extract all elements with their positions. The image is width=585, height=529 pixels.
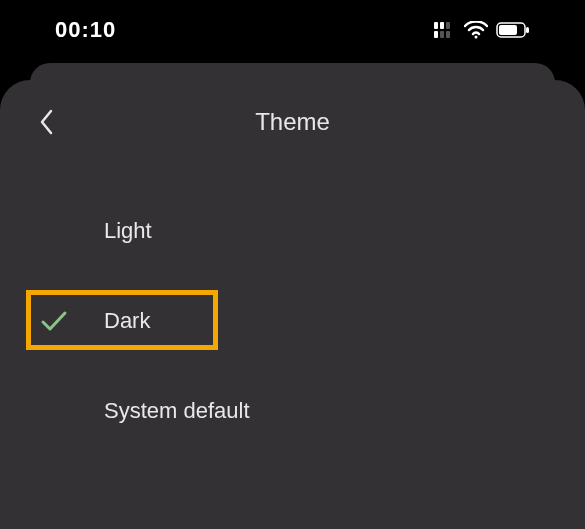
option-label: Dark xyxy=(104,308,150,334)
option-label: System default xyxy=(104,398,250,424)
panel-header: Theme xyxy=(0,80,585,156)
svg-rect-4 xyxy=(440,31,444,38)
svg-rect-1 xyxy=(440,22,444,29)
theme-option-light[interactable]: Light xyxy=(0,186,585,276)
theme-option-system-default[interactable]: System default xyxy=(0,366,585,456)
check-icon xyxy=(40,310,82,332)
status-bar: 00:10 xyxy=(0,0,585,60)
status-icons xyxy=(434,21,530,39)
back-button[interactable] xyxy=(30,106,62,138)
page-title: Theme xyxy=(30,108,555,136)
theme-option-dark[interactable]: Dark xyxy=(0,276,585,366)
theme-option-list: Light Dark System default xyxy=(0,156,585,456)
status-time: 00:10 xyxy=(55,17,116,43)
svg-rect-5 xyxy=(446,31,450,38)
svg-rect-9 xyxy=(526,27,529,33)
svg-rect-3 xyxy=(434,31,438,38)
svg-rect-2 xyxy=(446,22,450,29)
wifi-icon xyxy=(464,21,488,39)
svg-point-6 xyxy=(475,36,478,39)
signal-icon xyxy=(434,22,456,38)
svg-rect-8 xyxy=(499,25,517,35)
option-label: Light xyxy=(104,218,152,244)
battery-icon xyxy=(496,22,530,38)
svg-rect-0 xyxy=(434,22,438,29)
chevron-left-icon xyxy=(38,108,54,136)
theme-panel: Theme Light Dark System default xyxy=(0,80,585,529)
